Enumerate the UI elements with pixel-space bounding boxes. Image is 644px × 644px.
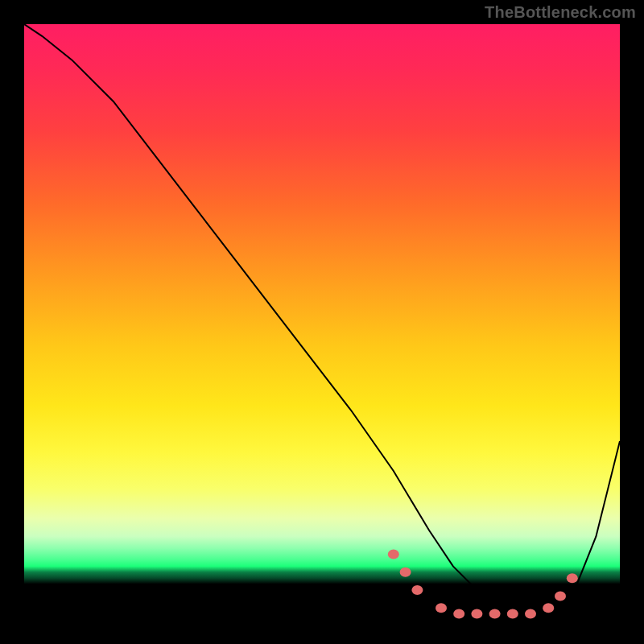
bottleneck-curve: [24, 24, 620, 614]
highlight-marker: [436, 603, 447, 613]
highlight-marker: [400, 568, 411, 577]
watermark-label: TheBottleneck.com: [485, 3, 636, 22]
highlight-marker: [543, 603, 554, 613]
plot-svg: [24, 24, 620, 620]
highlight-marker: [489, 609, 501, 619]
highlight-marker: [388, 550, 399, 559]
highlight-marker: [567, 573, 578, 583]
highlight-marker: [525, 609, 536, 619]
highlight-marker: [555, 591, 566, 601]
highlight-marker: [471, 609, 482, 619]
highlight-marker: [507, 609, 518, 619]
chart-frame: TheBottleneck.com: [0, 0, 644, 644]
highlight-marker: [453, 609, 464, 619]
plot-area: [24, 24, 620, 620]
highlight-marker: [411, 585, 423, 595]
highlight-markers: [388, 550, 578, 619]
